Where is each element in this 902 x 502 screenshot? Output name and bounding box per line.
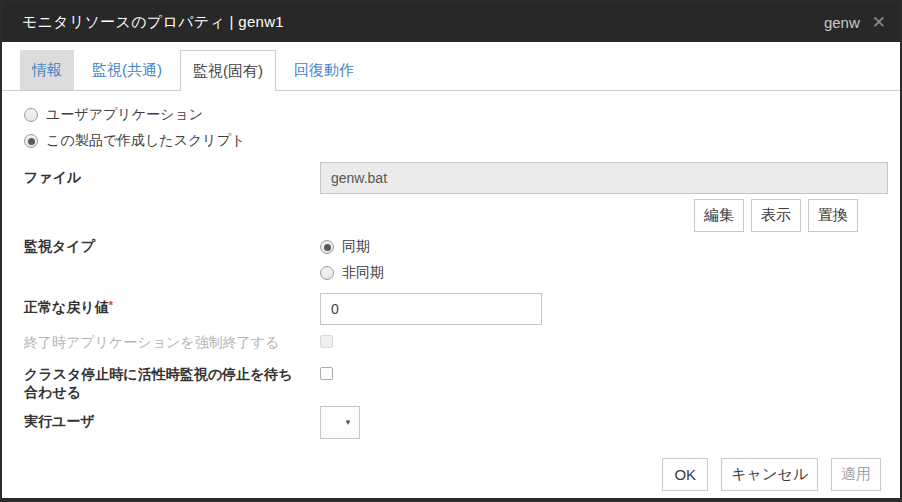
replace-button[interactable]: 置換 [808, 199, 858, 232]
kill-app-on-exit-checkbox [320, 335, 333, 348]
cancel-button[interactable]: キャンセル [721, 458, 818, 491]
label-text: 正常な戻り値 [24, 299, 109, 315]
tab-monitor-special[interactable]: 監視(固有) [180, 50, 276, 91]
required-mark: * [109, 299, 113, 311]
footer-button-row: OK キャンセル 適用 [649, 458, 881, 491]
radio-label: この製品で作成したスクリプト [46, 132, 245, 150]
apply-button[interactable]: 適用 [831, 458, 881, 491]
wait-monitor-stop-label: クラスタ停止時に活性時監視の停止を待ち合わせる [24, 365, 306, 401]
radio-asynchronous[interactable]: 非同期 [320, 264, 384, 282]
normal-return-value-input[interactable] [320, 293, 542, 325]
tab-bar: 情報 監視(共通) 監視(固有) 回復動作 [2, 50, 900, 91]
titlebar-resource-name: genw [824, 14, 860, 31]
radio-label: 非同期 [342, 264, 384, 282]
dialog-title: モニタリソースのプロパティ | genw1 [22, 13, 284, 32]
wait-monitor-stop-checkbox[interactable] [320, 367, 333, 380]
tab-underline [2, 90, 900, 91]
radio-label: 同期 [342, 238, 370, 256]
kill-app-on-exit-label: 終了時アプリケーションを強制終了する [24, 334, 279, 352]
normal-return-value-label: 正常な戻り値* [24, 299, 113, 317]
close-icon[interactable]: ✕ [872, 14, 886, 31]
radio-script-created-with-product[interactable]: この製品で作成したスクリプト [24, 132, 245, 150]
monitor-resource-properties-dialog: モニタリソースのプロパティ | genw1 genw ✕ 情報 監視(共通) 監… [0, 0, 902, 502]
dropdown-arrow-icon: ▼ [344, 418, 352, 427]
radio-checked-icon [320, 240, 334, 254]
view-button[interactable]: 表示 [751, 199, 801, 232]
radio-user-application[interactable]: ユーザアプリケーション [24, 106, 203, 124]
ok-button[interactable]: OK [662, 458, 708, 491]
file-button-row: 編集 表示 置換 [687, 199, 858, 232]
file-input[interactable] [320, 162, 888, 194]
radio-unchecked-icon [24, 108, 38, 122]
monitor-type-label: 監視タイプ [24, 238, 95, 256]
radio-label: ユーザアプリケーション [46, 106, 203, 124]
tab-recovery-action[interactable]: 回復動作 [282, 50, 366, 90]
radio-checked-icon [24, 134, 38, 148]
file-label: ファイル [24, 169, 81, 187]
dialog-titlebar: モニタリソースのプロパティ | genw1 genw ✕ [2, 2, 900, 42]
radio-unchecked-icon [320, 266, 334, 280]
exec-user-select[interactable]: ▼ [320, 406, 360, 439]
radio-synchronous[interactable]: 同期 [320, 238, 370, 256]
exec-user-label: 実行ユーザ [24, 413, 95, 431]
edit-button[interactable]: 編集 [694, 199, 744, 232]
titlebar-right: genw ✕ [824, 14, 886, 31]
tab-monitor-common[interactable]: 監視(共通) [80, 50, 174, 90]
tab-info[interactable]: 情報 [20, 50, 74, 90]
